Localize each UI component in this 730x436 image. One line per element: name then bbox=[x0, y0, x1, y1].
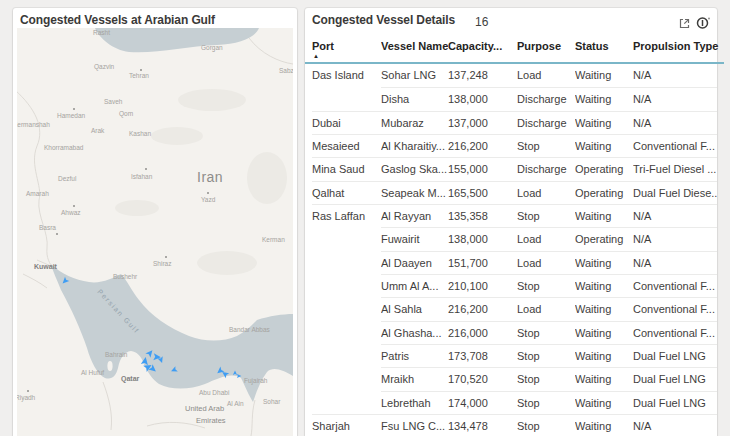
focus-mode-icon[interactable] bbox=[678, 17, 691, 30]
cell-propulsion: Dual Fuel LNG bbox=[633, 391, 717, 414]
cell-port bbox=[312, 344, 381, 367]
map-label: Sohar bbox=[263, 398, 281, 405]
city-dot bbox=[207, 192, 209, 194]
cell-propulsion: N/A bbox=[633, 204, 717, 227]
table-header-row: Port ▲ Vessel Name Capacity... Purpose S… bbox=[305, 38, 724, 64]
cell-purpose: Stop bbox=[517, 344, 575, 367]
column-header-purpose[interactable]: Purpose bbox=[517, 38, 575, 62]
cell-purpose: Stop bbox=[517, 414, 575, 436]
table-row[interactable]: Fuwairit138,000LoadOperatingN/A bbox=[305, 227, 717, 250]
map-label: Emirates bbox=[196, 416, 226, 425]
map-label: Isfahan bbox=[131, 173, 153, 180]
options-icon[interactable] bbox=[696, 16, 710, 30]
map-label: Al Hufuf bbox=[81, 369, 104, 376]
table-row[interactable]: Mraikh170,520StopWaitingDual Fuel LNG bbox=[305, 367, 717, 390]
cell-purpose: Stop bbox=[517, 367, 575, 390]
cell-capacity: 173,708 bbox=[448, 344, 517, 367]
cell-propulsion: N/A bbox=[633, 111, 717, 134]
cell-purpose: Stop bbox=[517, 321, 575, 344]
cell-status: Waiting bbox=[575, 87, 633, 110]
cell-purpose: Discharge bbox=[517, 157, 575, 180]
map-label: Amarah bbox=[26, 190, 49, 197]
cell-status: Waiting bbox=[575, 321, 633, 344]
map-label: Riyadh bbox=[17, 394, 36, 402]
column-header-capacity[interactable]: Capacity... bbox=[448, 38, 517, 62]
map-label: Rasht bbox=[93, 29, 110, 36]
cell-purpose: Stop bbox=[517, 274, 575, 297]
cell-purpose: Discharge bbox=[517, 111, 575, 134]
map-label: Kermanshah bbox=[17, 121, 50, 128]
table-row[interactable]: Disha138,000DischargeWaitingN/A bbox=[305, 87, 717, 110]
cell-capacity: 210,100 bbox=[448, 274, 517, 297]
table-row[interactable]: Mina SaudGaslog Ska...155,000DischargeOp… bbox=[305, 157, 717, 180]
table-visual-card: Congested Vessel Details 16 Port ▲ Vesse… bbox=[305, 8, 717, 436]
cell-status: Operating bbox=[575, 227, 633, 250]
map-label: Sabze bbox=[279, 67, 293, 74]
map-label: Kuwait bbox=[34, 263, 58, 270]
table-row[interactable]: Umm Al A...210,100StopWaitingConventiona… bbox=[305, 274, 717, 297]
bahrain-island bbox=[107, 361, 112, 371]
cell-propulsion: Dual Fuel Diese... bbox=[633, 181, 717, 204]
cell-port: Qalhat bbox=[312, 181, 381, 204]
table-row[interactable]: SharjahFsu LNG C...134,478StopWaitingN/A bbox=[305, 414, 717, 436]
table-row[interactable]: Lebrethah174,000StopWaitingDual Fuel LNG bbox=[305, 391, 717, 414]
cell-propulsion: Conventional F... bbox=[633, 134, 717, 157]
cell-propulsion: Conventional F... bbox=[633, 297, 717, 320]
map-label: Gorgan bbox=[201, 44, 223, 52]
cell-vessel: Al Ghasha... bbox=[381, 321, 448, 344]
cell-vessel: Mubaraz bbox=[381, 111, 448, 134]
city-dot bbox=[73, 205, 75, 207]
cell-propulsion: N/A bbox=[633, 64, 717, 87]
map-label: United Arab bbox=[185, 404, 224, 413]
map-label: Bahrain bbox=[105, 351, 128, 358]
cell-capacity: 137,000 bbox=[448, 111, 517, 134]
map-label: Hamedan bbox=[57, 112, 86, 119]
column-header-propulsion-type[interactable]: Propulsion Type bbox=[633, 38, 724, 62]
cell-purpose: Load bbox=[517, 251, 575, 274]
table-body: Das IslandSohar LNG137,248LoadWaitingN/A… bbox=[305, 64, 717, 436]
cell-vessel: Gaslog Ska... bbox=[381, 157, 448, 180]
cell-purpose: Load bbox=[517, 181, 575, 204]
cell-port bbox=[312, 321, 381, 344]
region-label-iran: Iran bbox=[197, 169, 223, 185]
cell-capacity: 151,700 bbox=[448, 251, 517, 274]
map-label: Ahwaz bbox=[61, 209, 81, 216]
cell-propulsion: Dual Fuel LNG bbox=[633, 344, 717, 367]
column-header-vessel-name[interactable]: Vessel Name bbox=[381, 38, 448, 62]
city-dot bbox=[165, 256, 167, 258]
cell-vessel: Al Sahla bbox=[381, 297, 448, 320]
table-row[interactable]: QalhatSeapeak M...165,500LoadOperatingDu… bbox=[305, 181, 717, 204]
cell-vessel: Lebrethah bbox=[381, 391, 448, 414]
cell-capacity: 216,200 bbox=[448, 297, 517, 320]
cell-port bbox=[312, 251, 381, 274]
cell-port: Sharjah bbox=[312, 414, 381, 436]
table-row[interactable]: Al Sahla216,200LoadWaitingConventional F… bbox=[305, 297, 717, 320]
map-label: Saveh bbox=[104, 98, 123, 105]
cell-status: Waiting bbox=[575, 274, 633, 297]
column-header-status[interactable]: Status bbox=[575, 38, 633, 62]
table-row[interactable]: MesaieedAl Kharaitiy...216,200StopWaitin… bbox=[305, 134, 717, 157]
table-row[interactable]: Patris173,708StopWaitingDual Fuel LNG bbox=[305, 344, 717, 367]
map-label: Bandar Abbas bbox=[229, 326, 271, 333]
cell-purpose: Load bbox=[517, 297, 575, 320]
arabian-gulf-map[interactable]: RashtGorganSabzeQazvinTehranSavehQomHame… bbox=[17, 28, 293, 436]
cell-port: Das Island bbox=[312, 64, 381, 87]
map-label: Dezful bbox=[58, 175, 77, 182]
cell-vessel: Patris bbox=[381, 344, 448, 367]
table-row[interactable]: DubaiMubaraz137,000DischargeWaitingN/A bbox=[305, 111, 717, 134]
table-row[interactable]: Al Ghasha...216,000StopWaitingConvention… bbox=[305, 321, 717, 344]
cell-vessel: Disha bbox=[381, 87, 448, 110]
cell-port: Dubai bbox=[312, 111, 381, 134]
cell-status: Waiting bbox=[575, 111, 633, 134]
table-row[interactable]: Al Daayen151,700LoadWaitingN/A bbox=[305, 251, 717, 274]
cell-port bbox=[312, 391, 381, 414]
table-row[interactable]: Ras LaffanAl Rayyan135,358StopWaitingN/A bbox=[305, 204, 717, 227]
cell-vessel: Umm Al A... bbox=[381, 274, 448, 297]
table-row[interactable]: Das IslandSohar LNG137,248LoadWaitingN/A bbox=[305, 64, 717, 87]
map-label: Yazd bbox=[201, 196, 216, 203]
map-label: Shiraz bbox=[153, 260, 171, 267]
column-header-port[interactable]: Port ▲ bbox=[312, 38, 381, 62]
cell-capacity: 138,000 bbox=[448, 87, 517, 110]
sort-ascending-icon: ▲ bbox=[313, 53, 319, 59]
cell-capacity: 174,000 bbox=[448, 391, 517, 414]
